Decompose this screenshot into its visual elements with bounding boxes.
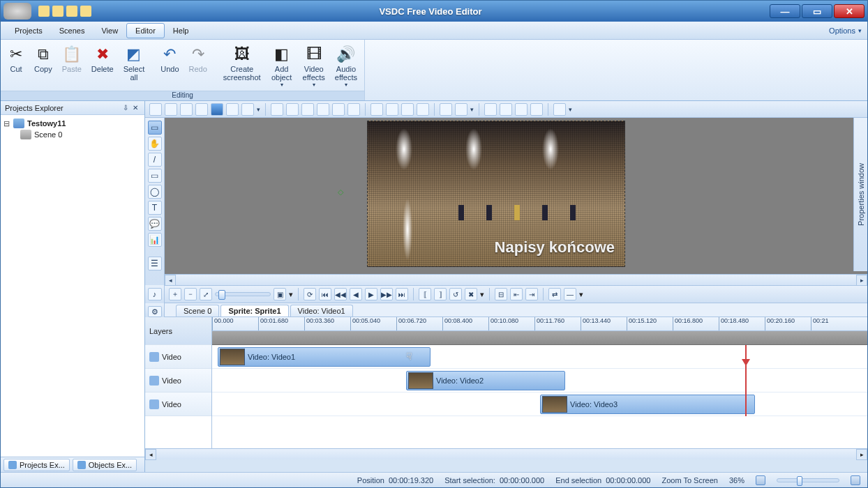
undo-button[interactable]: ↶Undo: [156, 43, 183, 76]
zoom-slider[interactable]: [777, 478, 839, 482]
toolbar-overflow-icon[interactable]: ▾: [257, 106, 260, 113]
scroll-right-icon[interactable]: ▸: [856, 275, 867, 286]
tab-video1[interactable]: Video: Video1: [290, 305, 353, 317]
track-header-1[interactable]: Video: [145, 345, 211, 369]
track-header-3[interactable]: Video: [145, 392, 211, 416]
timeline-tracks-area[interactable]: 00.00000:01.68000:03.36000:05.04000:06.7…: [212, 317, 867, 448]
mark-in-icon[interactable]: ⟦: [419, 288, 431, 300]
overflow3-icon[interactable]: ▾: [579, 290, 583, 299]
zoom-to-screen-button[interactable]: Zoom To Screen: [661, 476, 718, 485]
tb-misc6-icon[interactable]: [530, 103, 543, 116]
minimize-button[interactable]: ―: [770, 4, 800, 18]
zoom-slider[interactable]: [215, 292, 271, 296]
hand-tool-icon[interactable]: ✋: [148, 137, 162, 151]
tb-undo-icon[interactable]: [226, 103, 239, 116]
tab-scene0[interactable]: Scene 0: [176, 305, 219, 317]
tb-misc2-icon[interactable]: [455, 103, 467, 116]
scroll-right-icon[interactable]: ▸: [856, 449, 867, 460]
tb-align2-icon[interactable]: [286, 103, 299, 116]
preview-canvas[interactable]: Napisy końcowe: [367, 121, 625, 267]
track-header-2[interactable]: Video: [145, 369, 211, 392]
text-tool-icon[interactable]: T: [148, 201, 162, 215]
trim-right-icon[interactable]: ⇥: [525, 288, 538, 300]
rect-tool-icon[interactable]: ▭: [148, 169, 162, 183]
tb-align5-icon[interactable]: [332, 103, 345, 116]
clip-video3[interactable]: Video: Video3: [540, 395, 755, 414]
tb-order4-icon[interactable]: [417, 103, 429, 116]
timeline-hscroll[interactable]: ◂ ▸: [145, 448, 867, 459]
zoom-minus-button[interactable]: [756, 475, 765, 485]
clip-video2[interactable]: Video: Video2: [406, 371, 565, 390]
tb-select-icon[interactable]: [211, 103, 223, 116]
tb-align4-icon[interactable]: [317, 103, 329, 116]
pointer-tool-icon[interactable]: ▭: [148, 121, 162, 135]
menu-view[interactable]: View: [93, 24, 126, 38]
menu-editor[interactable]: Editor: [126, 23, 165, 38]
tb-redo-icon[interactable]: [241, 103, 254, 116]
select-all-button[interactable]: ◩Select all: [119, 43, 149, 84]
track-1[interactable]: Video: Video1 ☟: [212, 345, 867, 369]
tb-misc4-icon[interactable]: [500, 103, 512, 116]
properties-window-tab[interactable]: Properties window: [853, 118, 867, 271]
maximize-button[interactable]: ▭: [802, 4, 832, 18]
trim-left-icon[interactable]: ⇤: [510, 288, 523, 300]
timeline-ruler[interactable]: 00.00000:01.68000:03.36000:05.04000:06.7…: [212, 317, 867, 331]
tb-cut-icon[interactable]: [149, 103, 162, 116]
qa-new-icon[interactable]: [38, 6, 50, 17]
qa-save-icon[interactable]: [80, 6, 91, 17]
scroll-left-icon[interactable]: ◂: [165, 275, 176, 286]
line-tool-icon[interactable]: /: [148, 153, 162, 167]
tb-paste-icon[interactable]: [180, 103, 193, 116]
split-icon[interactable]: ⊟: [495, 288, 507, 300]
goto-start-icon[interactable]: ⏮: [319, 288, 331, 300]
clear-marks-icon[interactable]: ✖: [465, 288, 477, 300]
tab-sprite1[interactable]: Sprite: Sprite1: [220, 305, 288, 317]
zoom-out-icon[interactable]: －: [184, 288, 197, 300]
options-link[interactable]: Options ▾: [829, 26, 862, 35]
overflow-icon[interactable]: ▾: [289, 290, 293, 299]
qa-open-icon[interactable]: [52, 6, 63, 17]
tb-align3-icon[interactable]: [301, 103, 314, 116]
loop-region-icon[interactable]: ↺: [449, 288, 462, 300]
track-3[interactable]: Video: Video3: [212, 392, 867, 416]
loop-icon[interactable]: ⟳: [304, 288, 316, 300]
tree-scene-node[interactable]: Scene 0: [20, 129, 142, 140]
more-tool-icon[interactable]: ☰: [148, 257, 162, 270]
close-pane-icon[interactable]: ✕: [130, 104, 140, 112]
tb-order1-icon[interactable]: [371, 103, 383, 116]
tooltip-tool-icon[interactable]: 💬: [148, 217, 162, 231]
zoom-fit-icon[interactable]: ⤢: [200, 288, 212, 300]
menu-scenes[interactable]: Scenes: [51, 24, 93, 38]
tree-project-node[interactable]: ⊟ Testowy11: [3, 118, 142, 129]
video-effects-button[interactable]: 🎞Video effects▾: [299, 43, 329, 91]
tab-projects-explorer[interactable]: Projects Ex...: [3, 459, 70, 471]
mark-out-icon[interactable]: ⟧: [434, 288, 447, 300]
link-icon[interactable]: ⇄: [548, 288, 561, 300]
tb-align6-icon[interactable]: [347, 103, 360, 116]
scroll-left-icon[interactable]: ◂: [145, 449, 156, 460]
audio-note-icon[interactable]: ♪: [148, 288, 162, 300]
tb-copy-icon[interactable]: [165, 103, 177, 116]
close-button[interactable]: ✕: [834, 4, 865, 18]
next-frame-icon[interactable]: ▶▶: [380, 288, 393, 300]
redo-button[interactable]: ↷Redo: [185, 43, 211, 76]
zoom-in-icon[interactable]: ＋: [169, 288, 181, 300]
add-object-button[interactable]: ◧Add object▾: [267, 43, 297, 91]
tb-align1-icon[interactable]: [271, 103, 283, 116]
ellipse-tool-icon[interactable]: ◯: [148, 185, 162, 199]
tb-order2-icon[interactable]: [386, 103, 398, 116]
toolbar-overflow3-icon[interactable]: ▾: [569, 106, 572, 113]
cut-button[interactable]: ✂Cut: [3, 43, 29, 76]
unlink-icon[interactable]: —: [564, 288, 576, 300]
video-preview[interactable]: ◇ Napisy końcowe: [165, 118, 867, 274]
preview-hscroll[interactable]: ◂ ▸: [165, 274, 867, 285]
tb-delete-icon[interactable]: [195, 103, 208, 116]
tb-misc3-icon[interactable]: [484, 103, 497, 116]
step-back-icon[interactable]: ◀: [350, 288, 362, 300]
qa-folder-icon[interactable]: [66, 6, 77, 17]
zoom-plus-button[interactable]: [851, 475, 860, 485]
play-icon[interactable]: ▶: [365, 288, 377, 300]
goto-end-icon[interactable]: ⏭: [396, 288, 408, 300]
fit-window-icon[interactable]: ▣: [274, 288, 286, 300]
tb-misc7-icon[interactable]: [553, 103, 566, 116]
